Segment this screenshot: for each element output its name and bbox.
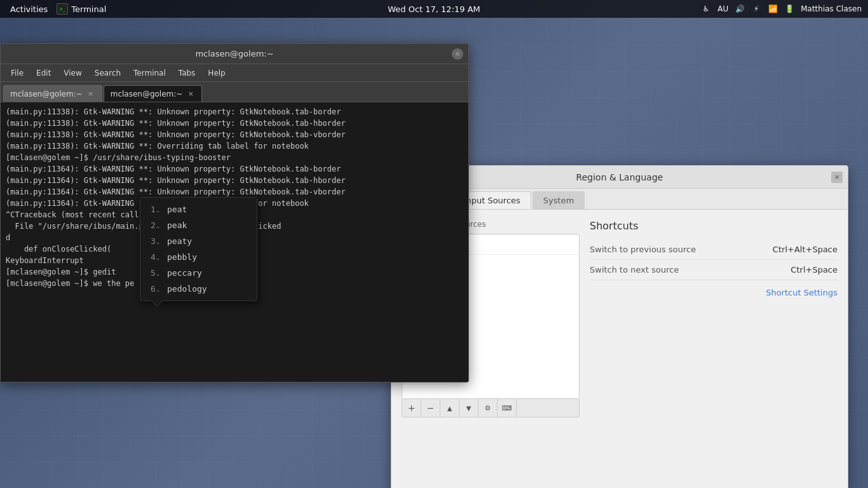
- autocomplete-word-4: pebbly: [167, 252, 197, 262]
- terminal-app-icon: >_: [57, 3, 68, 15]
- terminal-line: (main.py:11338): Gtk-WARNING **: Unknown…: [6, 118, 463, 129]
- terminal-line: (main.py:11338): Gtk-WARNING **: Unknown…: [6, 129, 463, 140]
- remove-source-button[interactable]: −: [421, 399, 440, 417]
- terminal-tab-2-close[interactable]: ×: [186, 90, 195, 98]
- app-indicator: >_ Terminal: [57, 3, 106, 15]
- autocomplete-item-1[interactable]: 1. peat: [140, 201, 257, 217]
- terminal-line: (main.py:11338): Gtk-WARNING **: Unknown…: [6, 106, 463, 118]
- terminal-line: (main.py:11364): Gtk-WARNING **: Unknown…: [6, 163, 463, 175]
- autocomplete-num-6: 6.: [151, 284, 161, 294]
- terminal-close-button[interactable]: ×: [452, 48, 463, 60]
- dialog-title: Region & Language: [576, 172, 663, 182]
- move-down-button[interactable]: ▼: [459, 399, 478, 417]
- activities-button[interactable]: Activities: [6, 4, 51, 14]
- dialog-close-button[interactable]: ×: [831, 172, 843, 183]
- bluetooth-icon[interactable]: ⚡: [751, 4, 761, 14]
- autocomplete-num-5: 5.: [151, 268, 161, 278]
- autocomplete-num-4: 4.: [151, 252, 161, 262]
- terminal-tab-2-label: mclasen@golem:~: [111, 90, 183, 98]
- menu-search[interactable]: Search: [90, 67, 126, 79]
- move-up-button[interactable]: ▲: [440, 399, 459, 417]
- wifi-icon[interactable]: 📶: [768, 4, 778, 14]
- menu-help[interactable]: Help: [203, 67, 230, 79]
- options-button[interactable]: ⚙: [478, 399, 498, 417]
- battery-icon[interactable]: 🔋: [784, 4, 794, 14]
- menu-edit[interactable]: Edit: [31, 67, 56, 79]
- terminal-line: (main.py:11364): Gtk-WARNING **: Unknown…: [6, 186, 463, 198]
- autocomplete-item-5[interactable]: 5. peccary: [140, 265, 257, 281]
- autocomplete-num-3: 3.: [151, 236, 161, 246]
- shortcut-row-prev: Switch to previous source Ctrl+Alt+Space: [590, 240, 837, 260]
- terminal-line: (main.py:11338): Gtk-WARNING **: Overrid…: [6, 140, 463, 152]
- shortcuts-panel: Shortcuts Switch to previous source Ctrl…: [590, 220, 837, 417]
- terminal-titlebar: mclasen@golem:~ ×: [1, 44, 468, 64]
- autocomplete-word-6: pedology: [167, 284, 207, 294]
- autocomplete-word-2: peak: [167, 220, 187, 230]
- autocomplete-popup: 1. peat 2. peak 3. peaty 4. pebbly 5. pe…: [140, 197, 257, 301]
- add-source-button[interactable]: +: [402, 399, 421, 417]
- app-label: Terminal: [71, 4, 106, 14]
- terminal-tab-2[interactable]: mclasen@golem:~ ×: [104, 85, 203, 102]
- terminal-line: [mclasen@golem ~]$ /usr/share/ibus-typin…: [6, 152, 463, 163]
- shortcut-next-label: Switch to next source: [590, 265, 679, 274]
- autocomplete-num-2: 2.: [151, 220, 161, 230]
- autocomplete-item-6[interactable]: 6. pedology: [140, 281, 257, 297]
- shortcut-prev-label: Switch to previous source: [590, 245, 696, 254]
- terminal-tab-1-label: mclasen@golem:~: [10, 90, 83, 98]
- accessibility-icon[interactable]: ♿: [701, 4, 711, 14]
- terminal-tab-1-close[interactable]: ×: [86, 90, 95, 98]
- shortcuts-title: Shortcuts: [590, 220, 837, 232]
- menu-terminal[interactable]: Terminal: [128, 67, 171, 79]
- terminal-line: (main.py:11364): Gtk-WARNING **: Unknown…: [6, 175, 463, 186]
- keyboard-preview-button[interactable]: ⌨: [498, 399, 517, 417]
- datetime-display: Wed Oct 17, 12:19 AM: [388, 4, 480, 14]
- terminal-menubar: File Edit View Search Terminal Tabs Help: [1, 64, 468, 82]
- menu-view[interactable]: View: [58, 67, 86, 79]
- autocomplete-word-5: peccary: [167, 268, 202, 278]
- shortcut-settings-link[interactable]: Shortcut Settings: [590, 288, 837, 297]
- terminal-tab-1[interactable]: mclasen@golem:~ ×: [3, 85, 102, 102]
- autocomplete-item-3[interactable]: 3. peaty: [140, 233, 257, 249]
- menu-file[interactable]: File: [6, 67, 29, 79]
- au-indicator[interactable]: AU: [717, 4, 728, 13]
- topbar: Activities >_ Terminal Wed Oct 17, 12:19…: [0, 0, 868, 18]
- terminal-tabs-bar: mclasen@golem:~ × mclasen@golem:~ ×: [1, 82, 468, 102]
- autocomplete-num-1: 1.: [151, 205, 161, 214]
- shortcut-prev-key: Ctrl+Alt+Space: [773, 245, 837, 254]
- terminal-title: mclasen@golem:~: [195, 49, 273, 58]
- input-sources-toolbar: + − ▲ ▼ ⚙ ⌨: [402, 399, 580, 417]
- user-label[interactable]: Matthias Clasen: [801, 4, 862, 13]
- shortcut-next-key: Ctrl+Space: [790, 265, 837, 274]
- autocomplete-item-2[interactable]: 2. peak: [140, 217, 257, 233]
- autocomplete-item-4[interactable]: 4. pebbly: [140, 249, 257, 265]
- tab-input-sources-label: Input Sources: [464, 196, 520, 205]
- tab-system-label: System: [543, 196, 574, 205]
- shortcut-row-next: Switch to next source Ctrl+Space: [590, 260, 837, 280]
- autocomplete-word-1: peat: [167, 205, 187, 214]
- menu-tabs[interactable]: Tabs: [173, 67, 201, 79]
- autocomplete-word-3: peaty: [167, 236, 192, 246]
- volume-icon[interactable]: 🔊: [735, 4, 745, 14]
- topbar-right: ♿ AU 🔊 ⚡ 📶 🔋 Matthias Clasen: [701, 4, 862, 14]
- tab-system[interactable]: System: [532, 191, 585, 209]
